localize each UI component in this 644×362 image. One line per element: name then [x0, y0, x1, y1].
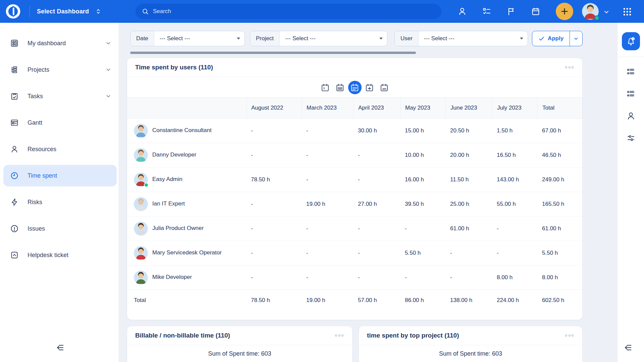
total-hours-cell: 602.50 h [537, 294, 582, 306]
table-header-cell: Total [537, 98, 582, 118]
calendar-month-icon [350, 83, 359, 92]
hours-cell: - [302, 223, 353, 235]
widget-summary: Sum of Spent time: 603 [359, 350, 582, 357]
table-row: Danny Developer---10.00 h20.00 h16.50 h4… [127, 143, 582, 168]
hours-cell: 61.00 h [445, 223, 492, 235]
table-header-cell: August 2022 [246, 98, 302, 118]
chevron-down-icon [105, 67, 111, 73]
time-spent-by-users-widget: Time spent by users (110) 365 August 202… [127, 58, 583, 320]
search-input[interactable] [153, 8, 435, 15]
table-row: Constantine Consultant--30.00 h15.00 h20… [127, 119, 582, 143]
table-row: Mary Servicedesk Operator---5.50 h--5.50… [127, 241, 582, 265]
period-year-button[interactable]: 365 [378, 81, 391, 94]
period-week-button[interactable] [333, 81, 347, 94]
collapse-rail-button[interactable] [621, 340, 636, 355]
calendar-icon[interactable] [531, 7, 540, 16]
user-name-cell[interactable]: Julia Product Owner [127, 219, 246, 238]
widget-title: time spent by top project (110) [367, 332, 459, 339]
widget-menu-button[interactable] [565, 333, 574, 339]
hours-cell: 15.00 h [400, 125, 445, 137]
hours-cell: - [302, 149, 353, 161]
user-name: Ian IT Expert [152, 200, 185, 207]
period-day-button[interactable] [319, 81, 332, 94]
user-avatar [134, 246, 148, 260]
widget-summary: Sum of Spent time: 603 [127, 350, 352, 357]
sliders-icon[interactable] [626, 133, 636, 143]
hours-cell: 46.50 h [537, 149, 582, 161]
chevron-down-icon[interactable] [603, 9, 610, 15]
notifications-button[interactable] [622, 32, 640, 50]
divider [30, 6, 30, 17]
checklist-icon[interactable] [482, 7, 491, 16]
person-icon[interactable] [626, 111, 636, 121]
online-status-dot [144, 183, 149, 187]
user-name-cell[interactable]: Mary Servicedesk Operator [127, 243, 246, 263]
global-search[interactable] [136, 4, 441, 19]
sidebar-item-issues[interactable]: Issues [3, 218, 117, 239]
user-name: Julia Product Owner [152, 225, 204, 231]
sidebar-item-helpdesk-ticket[interactable]: Helpdesk ticket [3, 244, 117, 266]
tasks-icon [10, 92, 19, 101]
user-icon[interactable] [458, 7, 467, 16]
user-name-cell[interactable]: Easy Admin [127, 170, 246, 189]
apps-grid-icon[interactable] [622, 7, 632, 17]
collapse-sidebar-button[interactable] [53, 340, 68, 355]
alert-octagon-icon [10, 224, 19, 233]
filter-user-select[interactable]: --- Select --- [419, 31, 528, 46]
widget-menu-button[interactable] [334, 333, 344, 339]
hours-cell: - [353, 149, 400, 161]
user-name-cell[interactable]: Danny Developer [127, 145, 246, 165]
app-logo-icon[interactable] [5, 3, 21, 20]
user-avatar [134, 173, 148, 187]
table-row: Easy Admin78.50 h--16.00 h11.50 h143.00 … [127, 168, 582, 192]
left-sidebar: My dashboard Projects Tasks Gantt Resour… [0, 23, 119, 362]
table-header-cell: July 2023 [492, 98, 537, 118]
period-month-button[interactable] [348, 81, 362, 94]
user-name-cell[interactable]: Constantine Consultant [127, 121, 246, 140]
gantt-icon [10, 118, 19, 127]
hours-cell: - [302, 125, 353, 137]
dropdown-caret-icon [237, 38, 240, 40]
dashboard-selector[interactable]: Select Dashboard [37, 0, 102, 23]
filter-date-select[interactable]: --- Select --- [154, 31, 245, 46]
table-header-cell: March 2023 [302, 98, 353, 118]
table-row: Julia Product Owner----61.00 h-61.00 h [127, 217, 582, 241]
widget-title: Billable / non-billable time (110) [135, 332, 230, 339]
current-user-avatar[interactable] [582, 3, 599, 20]
hours-cell: 11.50 h [445, 174, 492, 186]
horizontal-scrollbar[interactable] [130, 52, 416, 54]
user-name-cell[interactable]: Ian IT Expert [127, 194, 246, 214]
hours-cell: 20.50 h [445, 125, 492, 137]
dropdown-caret-icon [379, 38, 383, 40]
sidebar-item-gantt[interactable]: Gantt [3, 112, 117, 133]
sidebar-item-risks[interactable]: Risks [3, 191, 117, 213]
user-name-cell[interactable]: Mike Developer [127, 268, 246, 287]
list-bullets-icon[interactable] [626, 67, 636, 76]
apply-button[interactable]: Apply [532, 31, 570, 46]
table-row: Mike Developer-----8.00 h8.00 h [127, 265, 582, 290]
hours-cell: 27.00 h [353, 198, 400, 210]
list-bullets-icon[interactable] [626, 89, 636, 99]
chevron-down-icon [573, 36, 579, 42]
calendar-day-icon [321, 83, 330, 92]
check-icon [538, 36, 545, 42]
person-icon [10, 145, 19, 154]
hours-cell: - [445, 247, 492, 259]
sidebar-item-resources[interactable]: Resources [3, 138, 117, 160]
add-new-button[interactable] [556, 3, 573, 20]
apply-options-button[interactable] [570, 31, 582, 46]
filter-project-select[interactable]: --- Select --- [280, 31, 387, 46]
user-avatar [134, 124, 148, 138]
sidebar-item-my-dashboard[interactable]: My dashboard [3, 33, 117, 54]
total-hours-cell: 224.00 h [492, 294, 537, 306]
dashboard-selector-label: Select Dashboard [37, 8, 89, 15]
widget-menu-button[interactable] [565, 64, 574, 70]
period-quarter-button[interactable] [363, 81, 376, 94]
hours-cell: - [246, 223, 302, 235]
sidebar-item-projects[interactable]: Projects [3, 59, 117, 80]
flag-icon[interactable] [506, 7, 516, 16]
sidebar-item-time-spent[interactable]: Time spent [3, 165, 117, 186]
main-content: Date --- Select --- Project --- Select -… [119, 23, 617, 362]
hours-cell: 16.00 h [400, 174, 445, 186]
sidebar-item-tasks[interactable]: Tasks [3, 85, 117, 107]
